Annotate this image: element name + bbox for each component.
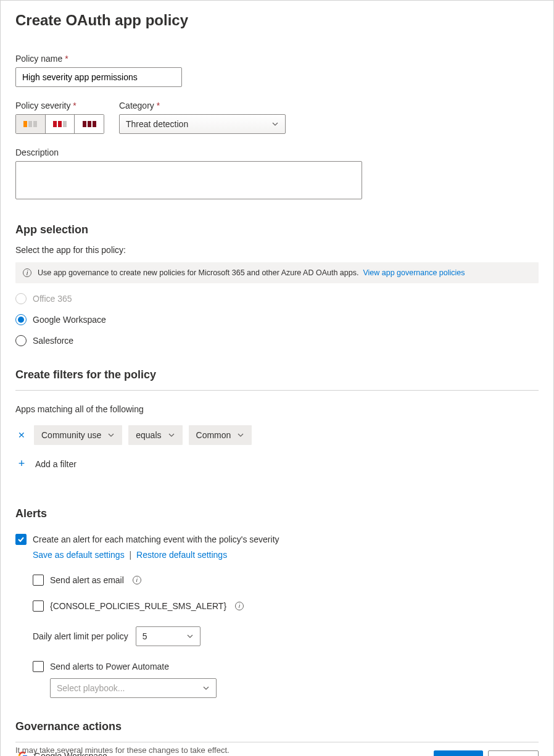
chevron-down-icon	[271, 120, 279, 128]
save-default-link[interactable]: Save as default settings	[33, 550, 125, 560]
page-title: Create OAuth app policy	[15, 12, 539, 29]
radio-icon	[15, 293, 27, 304]
description-input[interactable]	[15, 161, 362, 199]
filter-operator-chip[interactable]: equals	[128, 425, 182, 445]
radio-icon	[15, 335, 27, 346]
alerts-heading: Alerts	[15, 507, 539, 520]
chevron-down-icon	[202, 684, 210, 692]
radio-salesforce[interactable]: Salesforce	[15, 335, 539, 346]
create-alert-checkbox[interactable]	[15, 534, 27, 545]
chevron-down-icon	[186, 633, 194, 640]
daily-limit-select[interactable]: 5	[136, 626, 201, 646]
create-button[interactable]: Create	[434, 750, 483, 756]
policy-name-input[interactable]	[15, 67, 182, 87]
send-sms-checkbox[interactable]	[33, 600, 44, 612]
info-icon[interactable]: i	[235, 602, 244, 610]
power-automate-checkbox[interactable]	[33, 661, 44, 672]
chevron-down-icon	[237, 431, 244, 439]
filter-value-chip[interactable]: Common	[189, 425, 252, 445]
severity-high-button[interactable]	[75, 115, 104, 133]
category-value: Threat detection	[126, 119, 188, 129]
radio-icon	[15, 314, 27, 325]
radio-google-workspace[interactable]: Google Workspace	[15, 314, 539, 325]
view-governance-link[interactable]: View app governance policies	[363, 268, 465, 277]
playbook-select[interactable]: Select playbook...	[50, 678, 217, 698]
create-alert-label: Create an alert for each matching event …	[33, 534, 279, 544]
governance-heading: Governance actions	[15, 720, 539, 733]
filters-matching-label: Apps matching all of the following	[15, 404, 539, 414]
info-icon: i	[23, 268, 31, 277]
severity-medium-button[interactable]	[46, 115, 75, 133]
info-bar: i Use app governance to create new polic…	[15, 262, 539, 283]
category-label: Category *	[119, 101, 286, 110]
cancel-button[interactable]: Cancel	[488, 750, 539, 756]
add-filter-button[interactable]: + Add a filter	[15, 457, 539, 470]
remove-filter-button[interactable]: ✕	[15, 430, 28, 440]
send-sms-label: {CONSOLE_POLICIES_RULE_SMS_ALERT}	[50, 601, 226, 611]
radio-office365-label: Office 365	[33, 294, 72, 304]
radio-salesforce-label: Salesforce	[33, 336, 73, 346]
radio-office365: Office 365	[15, 293, 539, 304]
description-label: Description	[15, 147, 539, 157]
severity-low-button[interactable]	[16, 115, 46, 133]
chevron-down-icon	[168, 431, 175, 439]
radio-google-label: Google Workspace	[33, 315, 106, 325]
plus-icon: +	[15, 457, 28, 470]
send-email-checkbox[interactable]	[33, 575, 44, 586]
filter-field-chip[interactable]: Community use	[34, 425, 122, 445]
chevron-down-icon	[107, 431, 115, 439]
power-automate-label: Send alerts to Power Automate	[50, 662, 169, 671]
category-select[interactable]: Threat detection	[119, 114, 286, 134]
policy-name-label: Policy name *	[15, 54, 539, 64]
app-selection-heading: App selection	[15, 223, 539, 236]
info-icon[interactable]: i	[133, 576, 141, 584]
severity-label: Policy severity *	[15, 101, 104, 110]
restore-default-link[interactable]: Restore default settings	[136, 550, 227, 560]
filters-heading: Create filters for the policy	[15, 368, 539, 381]
send-email-label: Send alert as email	[50, 575, 124, 585]
daily-limit-label: Daily alert limit per policy	[33, 631, 128, 641]
severity-group	[15, 114, 104, 134]
footer-text: It may take several minutes for these ch…	[15, 744, 316, 756]
app-selection-prompt: Select the app for this policy:	[15, 245, 539, 255]
